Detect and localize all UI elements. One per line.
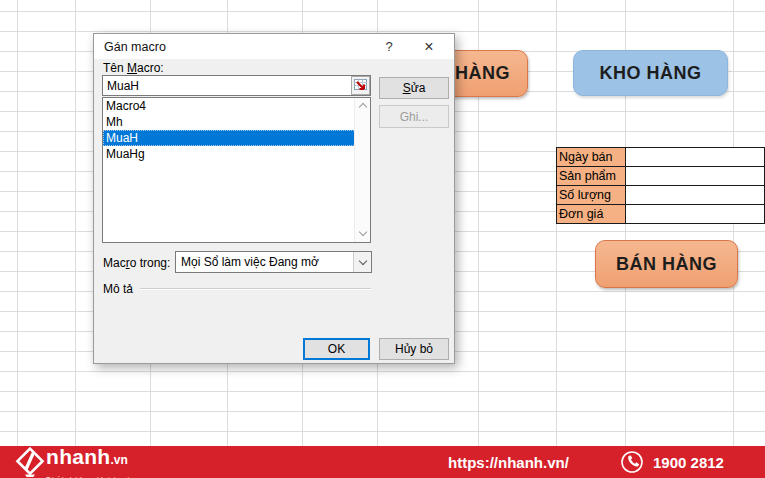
macro-list-item[interactable]: Mh [103,114,370,130]
description-divider [140,288,371,290]
mua-hang-label: HÀNG [455,63,510,84]
cell-value[interactable] [625,186,764,205]
assign-macro-dialog: Gán macro ? × Tên Macro: Macro4 Mh MuaH … [93,33,455,364]
record-button: Ghi... [379,105,449,128]
cell-value[interactable] [625,167,764,186]
scroll-down-icon[interactable] [359,228,367,236]
dialog-title: Gán macro [104,40,166,54]
cell-label[interactable]: Số lượng [557,186,626,205]
ban-hang-label: BÁN HÀNG [616,254,717,275]
excel-window: HÀNG KHO HÀNG BÁN HÀNG Ngày bán Sản phẩm… [0,0,765,478]
kho-hang-shape-button[interactable]: KHO HÀNG [573,50,728,96]
gridline [17,0,18,446]
phone-icon [620,450,644,474]
table-row: Số lượng [557,186,765,205]
macros-in-label: Macro trong: [103,256,170,270]
phone-number: 1900 2812 [653,454,724,471]
macro-list: Macro4 Mh MuaH MuaHg [102,97,371,243]
chevron-down-icon [358,256,366,264]
scroll-up-icon[interactable] [358,103,366,111]
footer-banner: nhanh.vn Tiết kiệm thời gian https://nha… [0,446,765,478]
close-icon[interactable]: × [416,36,442,57]
list-scrollbar[interactable] [354,98,370,242]
brand-tagline: Tiết kiệm thời gian [46,470,143,478]
cell-label[interactable]: Đơn giá [557,205,626,224]
cancel-button[interactable]: Hủy bỏ [379,338,449,360]
sales-entry-table: Ngày bán Sản phẩm Số lượng Đơn giá [556,147,765,224]
table-row: Đơn giá [557,205,765,224]
ok-button[interactable]: OK [303,338,370,360]
brand-block: nhanh.vn Tiết kiệm thời gian [46,447,143,478]
cell-label[interactable]: Sản phẩm [557,167,626,186]
cell-label[interactable]: Ngày bán [557,148,626,167]
table-row: Sản phẩm [557,167,765,186]
brand-suffix: .vn [111,453,128,467]
macros-in-value: Mọi Sổ làm việc Đang mở [181,255,319,269]
footer-url: https://nhanh.vn/ [448,454,569,471]
dialog-titlebar[interactable]: Gán macro ? × [94,34,454,59]
gridline [75,0,76,446]
macro-list-item[interactable]: MuaHg [103,146,370,162]
cell-value[interactable] [625,148,764,167]
table-row: Ngày bán [557,148,765,167]
macro-list-item[interactable]: Macro4 [103,98,370,114]
edit-button[interactable]: Sửa [379,77,449,99]
description-label: Mô tả [103,282,133,296]
macro-list-item[interactable]: MuaH [103,130,370,146]
range-selector-icon[interactable] [351,76,370,95]
macros-in-dropdown[interactable]: Mọi Sổ làm việc Đang mở [175,251,372,273]
phone-block: 1900 2812 [620,450,724,474]
ban-hang-shape-button[interactable]: BÁN HÀNG [595,240,738,288]
nhanh-logo-icon [14,447,46,477]
macro-name-label: Tên Macro: [103,61,164,75]
cell-value[interactable] [625,205,764,224]
help-icon[interactable]: ? [376,36,402,57]
dropdown-button[interactable] [353,252,371,272]
macro-name-input[interactable] [102,75,371,96]
kho-hang-label: KHO HÀNG [600,63,702,84]
brand-name: nhanh [46,445,111,468]
